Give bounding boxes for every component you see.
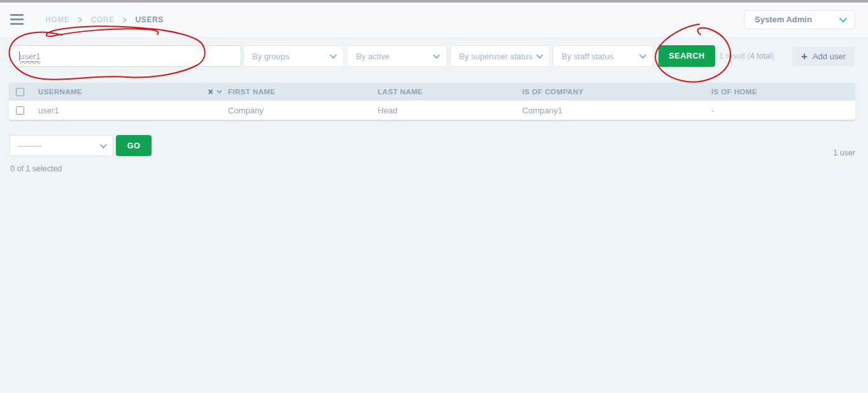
chevron-down-icon	[639, 52, 646, 59]
breadcrumb-core[interactable]: CORE	[90, 15, 114, 24]
row-checkbox[interactable]	[16, 106, 24, 115]
bulk-action-select[interactable]: ---------	[10, 135, 113, 156]
row-checkbox-cell	[9, 106, 38, 115]
header-checkbox-cell	[9, 88, 38, 96]
table-header-row: USERNAME × FIRST NAME LAST NAME IS OF CO…	[9, 83, 855, 101]
filter-by-staff-label: By staff status	[562, 52, 613, 61]
chevron-down-icon	[100, 141, 107, 148]
chevron-down-icon	[839, 15, 848, 23]
filter-by-staff-dropdown[interactable]: By staff status	[553, 45, 653, 67]
header-last-name: LAST NAME	[378, 88, 522, 96]
filter-by-groups-label: By groups	[252, 52, 290, 61]
filter-toolbar: user1 By groups By active By superuser s…	[10, 45, 774, 67]
user-account-label: System Admin	[755, 15, 812, 24]
chevron-down-icon	[330, 52, 337, 59]
header-username-label: USERNAME	[38, 88, 82, 96]
chevron-right-icon: >	[123, 15, 127, 25]
breadcrumb: HOME > CORE > USERS	[45, 15, 164, 24]
users-table: USERNAME × FIRST NAME LAST NAME IS OF CO…	[9, 83, 855, 120]
cell-last-name: Head	[378, 106, 522, 115]
bulk-action-placeholder: ---------	[18, 141, 41, 150]
filter-by-active-dropdown[interactable]: By active	[347, 45, 447, 67]
app-header: HOME > CORE > USERS System Admin	[0, 3, 868, 36]
search-input[interactable]: user1	[10, 45, 241, 67]
sort-chevron-down-icon[interactable]	[217, 88, 222, 93]
show-all-link[interactable]: 4 total	[750, 52, 772, 61]
filter-by-groups-dropdown[interactable]: By groups	[243, 45, 344, 67]
breadcrumb-users: USERS	[136, 15, 164, 24]
filter-by-superuser-label: By superuser status	[459, 52, 532, 61]
go-button[interactable]: GO	[116, 135, 152, 156]
breadcrumb-home[interactable]: HOME	[45, 15, 69, 24]
select-all-checkbox[interactable]	[16, 88, 24, 96]
header-first-name: FIRST NAME	[228, 88, 378, 96]
header-username: USERNAME ×	[38, 87, 228, 96]
search-button[interactable]: SEARCH	[658, 45, 715, 67]
filter-by-superuser-dropdown[interactable]: By superuser status	[450, 45, 550, 67]
cell-is-of-home: -	[711, 106, 855, 115]
cell-is-of-company: Company1	[522, 106, 711, 115]
user-account-dropdown[interactable]: System Admin	[744, 10, 855, 29]
table-row: user1 Company Head Company1 -	[9, 101, 855, 120]
hamburger-menu-icon[interactable]	[10, 14, 24, 25]
chevron-right-icon: >	[78, 15, 82, 25]
result-count-text: 1 result (4 total)	[719, 52, 774, 61]
bulk-action-bar: --------- GO	[10, 135, 152, 156]
header-is-of-company: IS OF COMPANY	[522, 88, 711, 96]
add-user-label: Add user	[813, 52, 846, 61]
cell-first-name: Company	[228, 106, 378, 115]
chevron-down-icon	[433, 52, 440, 59]
chevron-down-icon	[536, 52, 543, 59]
sort-controls: ×	[208, 87, 228, 96]
cell-username-link[interactable]: user1	[38, 106, 228, 115]
search-input-value: user1	[20, 52, 41, 61]
plus-icon: +	[801, 51, 808, 62]
clear-sort-icon[interactable]: ×	[208, 87, 213, 96]
selected-count-text: 0 of 1 selected	[10, 164, 62, 173]
header-is-of-home: IS OF HOME	[711, 88, 855, 96]
filter-by-active-label: By active	[356, 52, 390, 61]
user-count-text: 1 user	[833, 148, 855, 157]
add-user-button[interactable]: + Add user	[792, 46, 855, 66]
